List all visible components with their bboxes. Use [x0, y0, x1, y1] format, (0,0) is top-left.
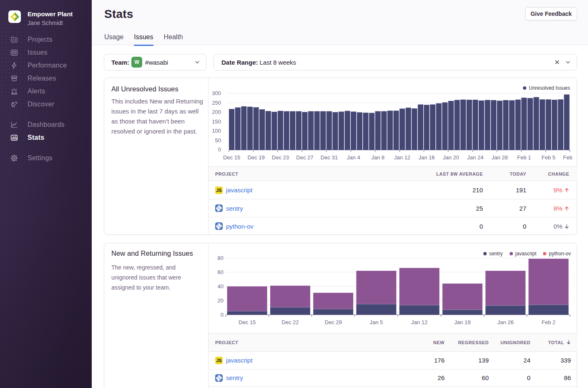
svg-text:Jan 4: Jan 4	[347, 154, 360, 161]
svg-text:Dec 19: Dec 19	[247, 154, 264, 161]
svg-text:250: 250	[212, 100, 221, 106]
svg-text:300: 300	[212, 90, 221, 96]
svg-text:Jan 12: Jan 12	[394, 154, 410, 161]
svg-text:150: 150	[212, 118, 221, 125]
svg-text:80: 80	[218, 255, 224, 261]
svg-text:JS: JS	[216, 188, 222, 193]
svg-text:Dec 15: Dec 15	[223, 154, 240, 161]
svg-text:Dec 29: Dec 29	[325, 319, 342, 325]
svg-text:Jan 5: Jan 5	[369, 319, 383, 325]
svg-text:Jan 19: Jan 19	[454, 319, 470, 325]
svg-text:Feb 2: Feb 2	[542, 319, 555, 325]
svg-text:Jan 16: Jan 16	[418, 154, 435, 161]
svg-text:Dec 31: Dec 31	[321, 154, 338, 161]
svg-text:Jan 24: Jan 24	[467, 154, 483, 161]
svg-text:20: 20	[218, 297, 224, 304]
svg-text:60: 60	[218, 269, 224, 275]
svg-text:Dec 15: Dec 15	[239, 319, 256, 325]
svg-text:Dec 27: Dec 27	[296, 154, 313, 161]
svg-text:40: 40	[218, 283, 224, 290]
svg-text:50: 50	[215, 137, 221, 144]
svg-text:Dec 23: Dec 23	[272, 154, 289, 161]
svg-text:Feb 5: Feb 5	[542, 154, 555, 161]
svg-text:0: 0	[218, 146, 221, 153]
svg-text:Jan 20: Jan 20	[443, 154, 459, 161]
svg-text:Feb 1: Feb 1	[517, 154, 531, 161]
svg-text:Jan 28: Jan 28	[492, 154, 508, 161]
svg-text:100: 100	[212, 128, 221, 134]
svg-text:Jan 12: Jan 12	[411, 319, 427, 325]
svg-text:Dec 22: Dec 22	[281, 319, 299, 325]
svg-text:Feb: Feb	[563, 154, 572, 161]
svg-text:Jan 8: Jan 8	[371, 154, 384, 161]
svg-text:0: 0	[221, 312, 224, 318]
svg-text:Jan 26: Jan 26	[498, 319, 514, 325]
svg-text:JS: JS	[216, 358, 222, 363]
svg-text:200: 200	[212, 109, 221, 115]
